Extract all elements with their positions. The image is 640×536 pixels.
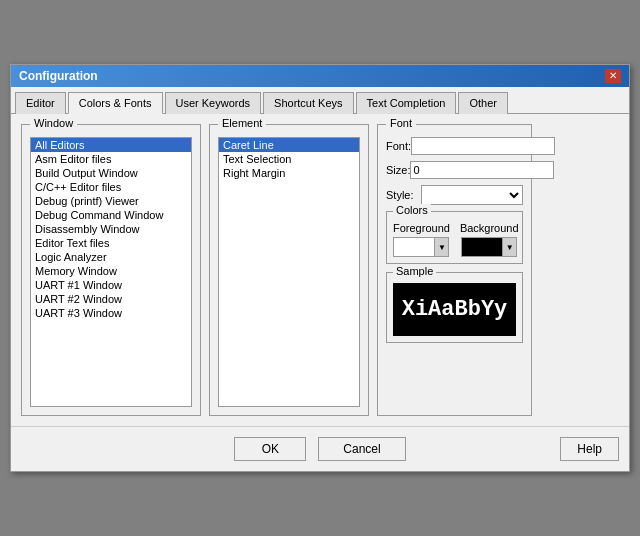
dialog-title: Configuration — [19, 69, 98, 83]
window-panel: Window All EditorsAsm Editor filesBuild … — [21, 124, 201, 416]
font-size-input[interactable] — [410, 161, 554, 179]
window-list-item[interactable]: Memory Window — [31, 264, 191, 278]
font-panel: Font Font: Size: Style: — [377, 124, 532, 416]
font-name-row: Font: — [386, 137, 523, 155]
cancel-button[interactable]: Cancel — [318, 437, 405, 461]
tab-shortcut-keys[interactable]: Shortcut Keys — [263, 92, 353, 114]
element-panel: Element Caret LineText SelectionRight Ma… — [209, 124, 369, 416]
window-list-item[interactable]: Build Output Window — [31, 166, 191, 180]
font-legend: Font — [386, 117, 416, 129]
element-listbox[interactable]: Caret LineText SelectionRight Margin — [218, 137, 360, 407]
colors-row: Foreground ▼ Background ▼ — [393, 222, 516, 257]
style-label: Style: — [386, 189, 421, 201]
window-list-item[interactable]: C/C++ Editor files — [31, 180, 191, 194]
window-list-item[interactable]: All Editors — [31, 138, 191, 152]
background-group: Background ▼ — [460, 222, 519, 257]
foreground-dropdown-btn[interactable]: ▼ — [434, 238, 448, 256]
sample-legend: Sample — [393, 265, 436, 277]
tab-other[interactable]: Other — [458, 92, 508, 114]
configuration-dialog: Configuration ✕ Editor Colors & Fonts Us… — [10, 64, 630, 472]
close-button[interactable]: ✕ — [605, 69, 621, 83]
sample-box: XiAaBbYy — [393, 283, 516, 336]
element-list-item[interactable]: Caret Line — [219, 138, 359, 152]
element-list-item[interactable]: Text Selection — [219, 152, 359, 166]
window-list-item[interactable]: UART #1 Window — [31, 278, 191, 292]
element-list-item[interactable]: Right Margin — [219, 166, 359, 180]
background-swatch — [462, 238, 502, 256]
font-size-row: Size: — [386, 161, 523, 179]
font-style-select[interactable] — [421, 185, 523, 205]
window-list-item[interactable]: UART #3 Window — [31, 306, 191, 320]
background-picker[interactable]: ▼ — [461, 237, 517, 257]
tab-user-keywords[interactable]: User Keywords — [165, 92, 262, 114]
foreground-swatch — [394, 238, 434, 256]
font-label: Font: — [386, 140, 411, 152]
footer: OK Cancel Help — [11, 426, 629, 471]
ok-button[interactable]: OK — [234, 437, 306, 461]
element-legend: Element — [218, 117, 266, 129]
foreground-label: Foreground — [393, 222, 450, 234]
title-bar: Configuration ✕ — [11, 65, 629, 87]
sample-section: Sample XiAaBbYy — [386, 272, 523, 343]
window-legend: Window — [30, 117, 77, 129]
font-section: Font: Size: Style: — [386, 137, 523, 205]
window-listbox[interactable]: All EditorsAsm Editor filesBuild Output … — [30, 137, 192, 407]
tab-colors-fonts[interactable]: Colors & Fonts — [68, 92, 163, 114]
background-label: Background — [460, 222, 519, 234]
foreground-group: Foreground ▼ — [393, 222, 450, 257]
tab-text-completion[interactable]: Text Completion — [356, 92, 457, 114]
font-name-input[interactable] — [411, 137, 555, 155]
window-list-item[interactable]: Debug (printf) Viewer — [31, 194, 191, 208]
window-list-item[interactable]: Editor Text files — [31, 236, 191, 250]
tab-content: Window All EditorsAsm Editor filesBuild … — [11, 114, 629, 426]
window-list-item[interactable]: UART #2 Window — [31, 292, 191, 306]
help-button[interactable]: Help — [560, 437, 619, 461]
colors-section: Colors Foreground ▼ Background — [386, 211, 523, 264]
tab-bar: Editor Colors & Fonts User Keywords Shor… — [11, 87, 629, 114]
window-list-item[interactable]: Disassembly Window — [31, 222, 191, 236]
window-list-item[interactable]: Asm Editor files — [31, 152, 191, 166]
tab-editor[interactable]: Editor — [15, 92, 66, 114]
size-label: Size: — [386, 164, 410, 176]
foreground-picker[interactable]: ▼ — [393, 237, 449, 257]
font-style-row: Style: — [386, 185, 523, 205]
colors-legend: Colors — [393, 204, 431, 216]
background-dropdown-btn[interactable]: ▼ — [502, 238, 516, 256]
panels-container: Window All EditorsAsm Editor filesBuild … — [21, 124, 619, 416]
window-list-item[interactable]: Debug Command Window — [31, 208, 191, 222]
window-list-item[interactable]: Logic Analyzer — [31, 250, 191, 264]
